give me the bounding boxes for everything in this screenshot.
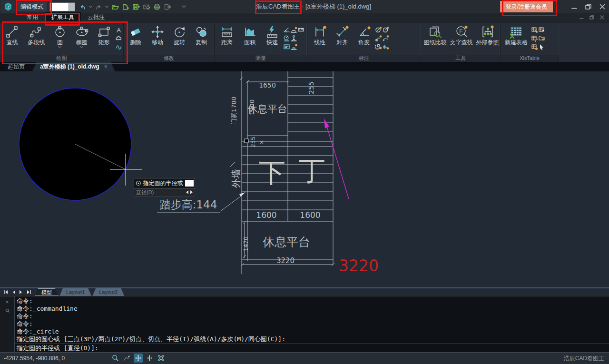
app-logo-icon[interactable] — [1, 0, 15, 13]
command-line: 命令:_commandline — [15, 305, 609, 313]
redo-dropdown-icon[interactable] — [105, 6, 108, 8]
window-controls — [571, 0, 605, 13]
option-prev-icon[interactable] — [186, 190, 188, 194]
status-full-extent-icon[interactable] — [157, 354, 166, 363]
draw-extra-column: A — [115, 24, 122, 50]
line-button[interactable]: 直线 — [1, 24, 23, 46]
measure-ruler-icon[interactable] — [297, 26, 304, 33]
status-fit-width-icon[interactable] — [145, 354, 154, 363]
status-zoom-icon[interactable] — [111, 354, 120, 363]
next-layout-icon[interactable] — [20, 290, 22, 294]
arc-dim-icon[interactable] — [382, 35, 389, 42]
restore-button[interactable] — [585, 4, 591, 10]
open-file-button[interactable] — [111, 3, 119, 10]
export-button[interactable] — [164, 3, 171, 10]
rotate-button[interactable]: 旋转 — [168, 24, 190, 46]
combo-swatch[interactable] — [69, 3, 75, 11]
table-settings-icon[interactable] — [531, 43, 538, 50]
area-button[interactable]: 面积 — [238, 24, 261, 46]
tab-cloud-annotation[interactable]: 云批注 — [81, 12, 111, 23]
drawing-compare-button[interactable]: 图纸比较 — [422, 24, 448, 46]
radius-dim-icon[interactable] — [382, 26, 389, 33]
dynamic-input-option[interactable]: 直径(D) — [136, 189, 154, 196]
text-tool-icon[interactable]: A — [115, 26, 122, 33]
undo-dropdown-icon[interactable] — [89, 6, 92, 8]
save-button[interactable] — [132, 3, 140, 10]
edit-mode-button[interactable]: 编辑模式 — [17, 2, 47, 11]
ellipse-button[interactable]: 椭圆 — [70, 24, 93, 49]
table-update-icon[interactable] — [531, 35, 538, 42]
diameter-dim-icon[interactable] — [375, 26, 382, 33]
polyline-button[interactable]: 多段线 — [23, 24, 49, 46]
login-register-button[interactable]: 登录/注册送会员 — [500, 1, 553, 12]
color-combo[interactable] — [49, 2, 75, 11]
quick-measure-button[interactable]: 快速 — [261, 24, 283, 46]
sketch-icon[interactable] — [115, 43, 122, 50]
layout-tab-bar: 模型 Layout1 Layout2 — [0, 287, 609, 296]
doc-restore-button[interactable] — [589, 15, 594, 20]
panel-label-xlstable: XlsTable — [501, 55, 559, 62]
linear-dim-button[interactable]: 线性 — [308, 24, 331, 46]
measure-gauge-icon[interactable] — [283, 35, 290, 42]
table-folder-icon[interactable] — [538, 35, 545, 42]
tab-common[interactable]: 常用 — [20, 12, 45, 23]
status-polyline-icon[interactable] — [122, 354, 131, 363]
command-options-icon[interactable] — [5, 308, 10, 313]
layout-tab-layout2[interactable]: Layout2 — [92, 288, 124, 296]
doc-tab-start-page[interactable]: 起始页 — [0, 62, 32, 71]
close-button[interactable] — [599, 4, 605, 10]
prev-layout-icon[interactable] — [12, 290, 15, 294]
erase-button[interactable]: 删除 — [125, 24, 147, 46]
new-file-button[interactable] — [122, 3, 129, 10]
tab-extended-tools[interactable]: 扩展工具 — [45, 12, 81, 23]
aligned-dim-button[interactable]: 对齐 — [331, 24, 353, 46]
doc-close-button[interactable] — [600, 15, 604, 20]
circle-button[interactable]: 圆 — [49, 24, 70, 49]
email-button[interactable] — [143, 3, 150, 10]
layout-tab-layout1[interactable]: Layout1 — [59, 288, 91, 296]
measure-list-icon[interactable] — [283, 43, 290, 50]
redo-button[interactable] — [95, 3, 102, 10]
qat-more-icon[interactable] — [182, 5, 186, 8]
command-prompt-input[interactable]: 指定圆的半径或 [直径(D)]: — [15, 344, 609, 352]
doc-tab-close-icon[interactable]: × — [104, 63, 108, 70]
rest-platform-top-label: 休息平台 — [247, 103, 287, 115]
doc-minimize-button[interactable] — [580, 15, 584, 20]
angle-dim-button[interactable]: 角度 — [353, 24, 375, 46]
dynamic-input-field[interactable] — [185, 180, 194, 187]
move-button[interactable]: 移动 — [147, 24, 168, 46]
measure-coordinate-icon[interactable] — [290, 35, 297, 42]
minimize-button[interactable] — [571, 4, 577, 10]
measure-arc-icon[interactable] — [290, 26, 297, 33]
tolerance-dim-icon[interactable] — [382, 43, 389, 50]
measure-angle-icon[interactable] — [283, 26, 290, 33]
doc-tab-drawing[interactable]: a室外楼梯 (1)_old.dwg× — [32, 62, 115, 71]
copy-button[interactable]: 复制 — [190, 24, 212, 46]
undo-button[interactable] — [79, 3, 86, 10]
option-next-icon[interactable] — [190, 190, 193, 194]
command-history[interactable]: 命令: 命令:_commandline 命令: 命令: 命令:_circle 指… — [14, 296, 609, 352]
status-pan-icon[interactable] — [134, 354, 143, 363]
panel-label-dimension: 标注 — [307, 55, 421, 62]
doc-window-controls — [580, 15, 604, 20]
table-export-icon[interactable] — [531, 26, 538, 33]
table-select-icon[interactable] — [538, 43, 545, 50]
layout-tab-model[interactable]: 模型 — [35, 288, 59, 296]
new-table-button[interactable]: 新建表格 — [501, 24, 531, 46]
dim-255-top: 255 — [307, 81, 315, 94]
print-button[interactable] — [153, 3, 161, 10]
first-layout-icon[interactable] — [4, 290, 8, 294]
revision-cloud-icon[interactable] — [115, 35, 122, 42]
last-layout-icon[interactable] — [27, 290, 31, 294]
document-tab-bar: 起始页 a室外楼梯 (1)_old.dwg× — [0, 62, 609, 71]
command-close-icon[interactable]: × — [5, 299, 9, 305]
cad-canvas[interactable]: 1650 255 门洞1700 1900 休息平台 255 × 下 丁 1600… — [0, 71, 609, 287]
rectangle-button[interactable]: 矩形 — [93, 24, 115, 46]
measure-volume-icon[interactable] — [290, 43, 297, 50]
table-cell-icon[interactable] — [538, 26, 545, 33]
spiral-dim-icon[interactable] — [375, 43, 382, 50]
leader-dim-icon[interactable] — [375, 35, 382, 42]
distance-button[interactable]: 距离 — [216, 24, 238, 46]
external-reference-button[interactable]: 外部参照 — [474, 24, 501, 46]
text-find-button[interactable]: F 文字查找 — [448, 24, 474, 46]
